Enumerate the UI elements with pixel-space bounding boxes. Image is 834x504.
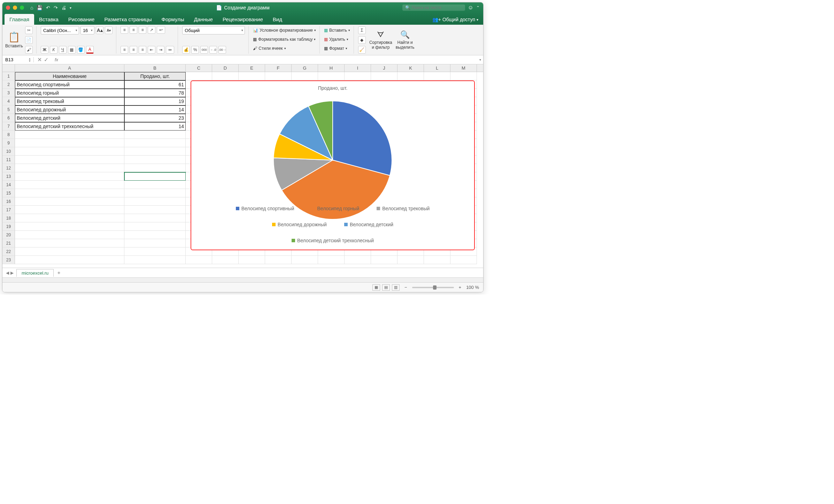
font-name-select[interactable]: Calibri (Осн...: [41, 26, 79, 34]
cell[interactable]: Велосипед горный: [15, 89, 124, 97]
home-icon[interactable]: ⌂: [30, 5, 33, 10]
add-sheet-button[interactable]: ＋: [56, 270, 61, 276]
name-box[interactable]: B13 ▴▾: [2, 57, 34, 62]
cell[interactable]: [265, 72, 292, 80]
cell[interactable]: [424, 72, 450, 80]
cell[interactable]: [124, 147, 186, 156]
row-header[interactable]: 12: [2, 164, 15, 172]
cell[interactable]: [15, 181, 124, 189]
row-header[interactable]: 13: [2, 172, 15, 181]
cell[interactable]: [15, 206, 124, 214]
cell[interactable]: 23: [124, 114, 186, 122]
row-header[interactable]: 16: [2, 197, 15, 206]
cell[interactable]: 14: [124, 122, 186, 131]
cell[interactable]: [124, 256, 186, 264]
align-left-button[interactable]: ≡: [121, 46, 128, 54]
row-header[interactable]: 11: [2, 156, 15, 164]
cell[interactable]: [124, 239, 186, 247]
cancel-formula-button[interactable]: ✕: [37, 56, 42, 63]
col-header-C[interactable]: C: [186, 64, 212, 72]
zoom-slider[interactable]: [412, 287, 454, 288]
cell[interactable]: [424, 256, 450, 264]
cell[interactable]: [345, 72, 371, 80]
cell[interactable]: [15, 189, 124, 197]
col-header-D[interactable]: D: [212, 64, 239, 72]
cell[interactable]: [124, 172, 186, 181]
col-header-K[interactable]: K: [397, 64, 424, 72]
row-header[interactable]: 9: [2, 139, 15, 147]
autosum-button[interactable]: Σ: [358, 26, 366, 34]
cell[interactable]: [186, 72, 212, 80]
tab-insert[interactable]: Вставка: [34, 14, 63, 25]
formula-input[interactable]: fx: [52, 57, 477, 62]
copy-button[interactable]: 📄: [25, 36, 33, 44]
col-header-E[interactable]: E: [239, 64, 265, 72]
increase-indent-button[interactable]: ⇥: [157, 46, 164, 54]
sheet-tab[interactable]: microexcel.ru: [16, 269, 54, 277]
cell[interactable]: [397, 256, 424, 264]
cell[interactable]: [292, 72, 318, 80]
row-header[interactable]: 2: [2, 80, 15, 89]
decrease-decimal-button[interactable]: .00→: [218, 46, 226, 54]
cell[interactable]: [292, 256, 318, 264]
row-header[interactable]: 23: [2, 256, 15, 264]
decrease-indent-button[interactable]: ⇤: [148, 46, 155, 54]
row-header[interactable]: 17: [2, 206, 15, 214]
row-header[interactable]: 20: [2, 231, 15, 239]
cell[interactable]: [239, 72, 265, 80]
col-header-H[interactable]: H: [318, 64, 345, 72]
font-color-button[interactable]: А: [86, 46, 94, 54]
cell[interactable]: [186, 256, 212, 264]
col-header-G[interactable]: G: [292, 64, 318, 72]
cell[interactable]: [345, 256, 371, 264]
cell[interactable]: [124, 181, 186, 189]
col-header-B[interactable]: B: [124, 64, 186, 72]
cell[interactable]: [212, 256, 239, 264]
cell[interactable]: Велосипед детский трехколесный: [15, 122, 124, 131]
insert-cells-button[interactable]: ▦Вставить▾: [324, 26, 350, 34]
zoom-out-button[interactable]: −: [404, 285, 407, 290]
cell[interactable]: [15, 222, 124, 231]
tab-formulas[interactable]: Формулы: [156, 14, 189, 25]
cell[interactable]: [450, 256, 477, 264]
row-header[interactable]: 5: [2, 105, 15, 114]
cell[interactable]: [15, 256, 124, 264]
sort-filter-button[interactable]: ᗊ Сортировка и фильтр: [369, 30, 392, 50]
cell[interactable]: [124, 156, 186, 164]
minimize-window-button[interactable]: [13, 6, 17, 10]
format-table-button[interactable]: ▦Форматировать как таблицу▾: [253, 35, 316, 44]
fill-button[interactable]: ◆: [358, 36, 366, 44]
cell[interactable]: [15, 239, 124, 247]
cell[interactable]: [450, 72, 477, 80]
print-icon[interactable]: 🖨: [61, 5, 66, 10]
col-header-F[interactable]: F: [265, 64, 292, 72]
cell[interactable]: [124, 206, 186, 214]
align-center-button[interactable]: ≡: [130, 46, 137, 54]
cell[interactable]: [239, 256, 265, 264]
cell[interactable]: 78: [124, 89, 186, 97]
zoom-level[interactable]: 100 %: [466, 285, 479, 290]
align-top-button[interactable]: ≡: [121, 26, 128, 34]
cell[interactable]: [15, 197, 124, 206]
row-header[interactable]: 18: [2, 214, 15, 222]
border-button[interactable]: ▦: [68, 46, 76, 54]
number-format-select[interactable]: Общий: [182, 26, 245, 34]
cell[interactable]: [15, 214, 124, 222]
cell[interactable]: [124, 222, 186, 231]
tab-data[interactable]: Данные: [189, 14, 218, 25]
page-break-view-button[interactable]: ▥: [392, 284, 400, 291]
row-header[interactable]: 7: [2, 122, 15, 131]
bold-button[interactable]: Ж: [41, 46, 48, 54]
orientation-button[interactable]: ↗: [148, 26, 155, 34]
row-header[interactable]: 6: [2, 114, 15, 122]
cell[interactable]: 61: [124, 80, 186, 89]
cell-styles-button[interactable]: 🖌Стили ячеек▾: [253, 44, 316, 53]
embedded-chart[interactable]: Продано, шт. Велосипед спортивныйВелосип…: [191, 80, 475, 250]
normal-view-button[interactable]: ▦: [372, 284, 380, 291]
search-input[interactable]: [412, 5, 461, 10]
search-box[interactable]: 🔍: [402, 5, 465, 11]
percent-button[interactable]: %: [191, 46, 199, 54]
cell[interactable]: [124, 164, 186, 172]
row-header[interactable]: 8: [2, 131, 15, 139]
cell[interactable]: [212, 72, 239, 80]
